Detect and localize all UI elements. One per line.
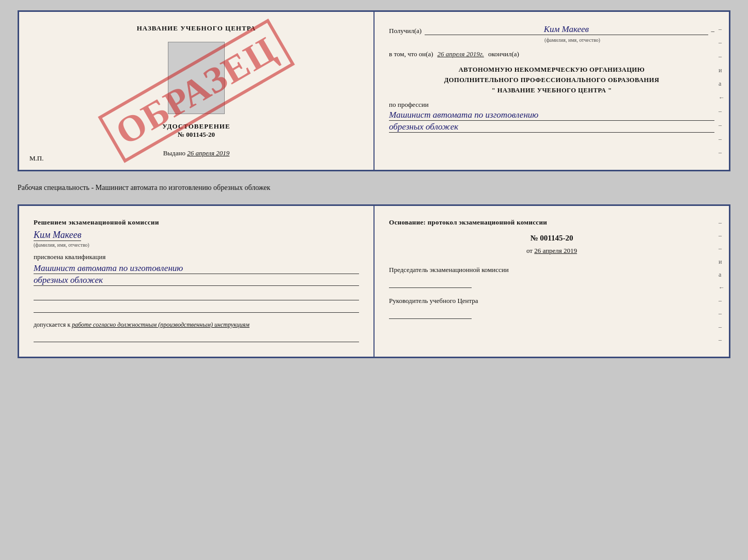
poluchil-label: Получил(а) [389,27,422,35]
dopuskaetsya-label: допускается к [34,321,70,328]
fio-hint-top: (фамилия, имя, отчество) [430,37,714,43]
vydano-line: Выдано 26 апреля 2019 [163,149,230,157]
fio-hint-bottom: (фамилия, имя, отчество) [34,242,359,248]
top-document: НАЗВАНИЕ УЧЕБНОГО ЦЕНТРА УДОСТОВЕРЕНИЕ №… [18,10,730,171]
middle-specialty-label: Рабочая специальность - Машинист автомат… [18,181,730,195]
rukovoditel-sign-line [389,309,472,319]
top-center-title: НАЗВАНИЕ УЧЕБНОГО ЦЕНТРА [137,24,256,33]
profession-line2: обрезных обложек [389,122,714,133]
prisvoena-label: присвоена квалификация [34,253,359,261]
bottom-document: Решением экзаменационной комиссии Ким Ма… [18,204,730,358]
resheniem-text: Решением экзаменационной комиссии [34,218,359,227]
vydano-text: Выдано [163,149,185,157]
org-lines: АВТОНОМНУЮ НЕКОММЕРЧЕСКУЮ ОРГАНИЗАЦИЮ ДО… [389,65,714,95]
vydano-date: 26 апреля 2019 [187,149,229,157]
kvalif-line2: обрезных обложек [34,275,359,286]
kvalif-line1: Машинист автомата по изготовлению [34,263,359,274]
po-professii-label: по профессии [389,101,714,109]
profession-line1: Машинист автомата по изготовлению [389,110,714,121]
sign-line-1 [34,290,359,300]
completion-date: 26 апреля 2019г. [438,50,484,58]
mp-text: М.П. [29,154,43,163]
protocol-date: от 26 апреля 2019 [389,247,714,255]
bottom-doc-left: Решением экзаменационной комиссии Ким Ма… [19,206,375,357]
predsedatel-label: Председатель экзаменационной комиссии [389,265,714,275]
bottom-doc-right: Основание: протокол экзаменационной коми… [375,206,729,357]
bottom-lines [34,290,359,313]
okoncil-label: окончил(а) [488,50,519,58]
top-doc-right: Получил(а) Ким Макеев – (фамилия, имя, о… [375,12,729,170]
rukovoditel-label: Руководитель учебного Центра [389,296,714,306]
top-doc-left: НАЗВАНИЕ УЧЕБНОГО ЦЕНТРА УДОСТОВЕРЕНИЕ №… [19,12,375,170]
dash-right: – [711,27,715,35]
sign-line-3 [34,332,359,342]
org-line2: ДОПОЛНИТЕЛЬНОГО ПРОФЕССИОНАЛЬНОГО ОБРАЗО… [389,75,714,85]
udost-label: УДОСТОВЕРЕНИЕ [162,122,230,131]
vtom-row: в том, что он(а) 26 апреля 2019г. окончи… [389,50,714,58]
dopusk-text: работе согласно должностным (производств… [72,321,250,328]
protocol-number: № 001145-20 [389,234,714,243]
predsedatel-sign-line [389,278,472,288]
org-line3: " НАЗВАНИЕ УЧЕБНОГО ЦЕНТРА " [389,85,714,95]
recipient-name: Ким Макеев [425,24,708,35]
sign-line-2 [34,302,359,313]
right-dashes-top: – – – и а ← – – – – [719,12,725,170]
vtom-label: в том, что он(а) [389,50,433,58]
dopuskaetsya-row: допускается к работе согласно должностны… [34,321,359,329]
org-line1: АВТОНОМНУЮ НЕКОММЕРЧЕСКУЮ ОРГАНИЗАЦИЮ [389,65,714,75]
right-dashes-bottom: – – – и а ← – – – – [719,206,725,357]
protocol-date-value: 26 апреля 2019 [534,247,577,254]
bottom-name: Ким Макеев [34,230,81,241]
osnovanie-text: Основание: протокол экзаменационной коми… [389,218,714,227]
photo-placeholder [168,42,225,114]
ot-prefix: от [526,247,533,254]
poluchil-row: Получил(а) Ким Макеев – [389,24,714,35]
udost-number: № 001145-20 [178,131,215,139]
